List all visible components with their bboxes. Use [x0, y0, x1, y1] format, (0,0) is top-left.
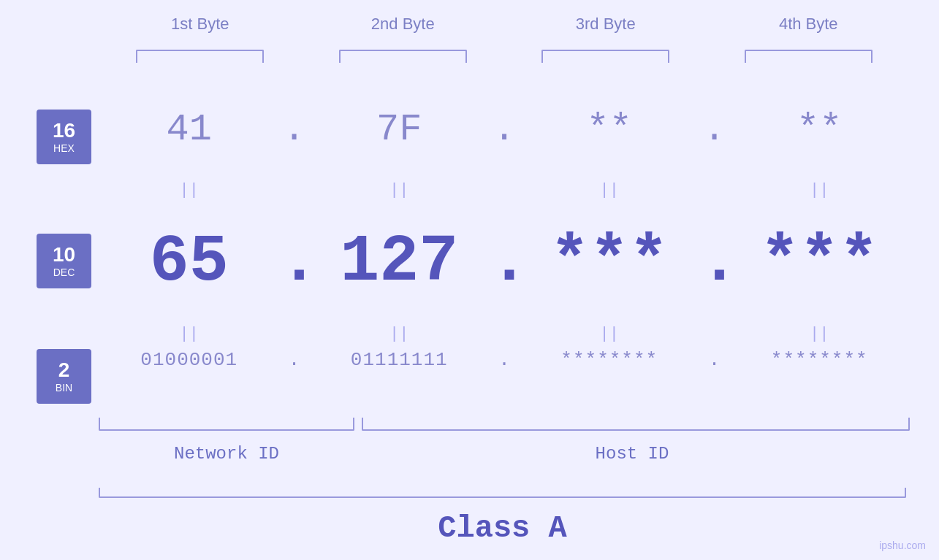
hex-dot-1: . — [280, 108, 309, 151]
bracket-top-3 — [541, 50, 669, 63]
equals-2-b2: || — [309, 325, 490, 343]
big-bottom-bracket — [99, 488, 906, 498]
bin-dot-1: . — [280, 349, 309, 371]
hex-dot-2: . — [490, 108, 519, 151]
hex-row: 41 . 7F . ** . ** — [99, 108, 910, 151]
dec-row: 65 . 127 . *** . *** — [99, 225, 910, 299]
main-container: 1st Byte 2nd Byte 3rd Byte 4th Byte 16 H… — [0, 0, 939, 560]
bin-byte-1: 01000001 — [99, 349, 280, 371]
bin-dot-3: . — [700, 349, 729, 371]
equals-2-dot-1 — [280, 325, 309, 343]
equals-2-dot-3 — [700, 325, 729, 343]
bin-byte-2: 01111111 — [309, 349, 490, 371]
bracket-cell-4 — [707, 50, 911, 63]
id-labels: Network ID Host ID — [99, 444, 910, 464]
equals-row-1: || || || || — [99, 181, 910, 199]
hex-badge: 16 HEX — [37, 110, 91, 164]
bottom-bracket-group — [99, 418, 910, 431]
bracket-cell-3 — [504, 50, 707, 63]
equals-dot-spacer-1 — [280, 181, 309, 199]
equals-2-b4: || — [729, 325, 911, 343]
bin-badge-label: BIN — [56, 382, 72, 394]
hex-dot-3: . — [700, 108, 729, 151]
dec-badge-num: 10 — [53, 244, 75, 266]
bracket-top-1 — [136, 50, 264, 63]
byte-headers: 1st Byte 2nd Byte 3rd Byte 4th Byte — [99, 15, 910, 34]
class-label: Class A — [99, 511, 906, 546]
hex-byte-4: ** — [729, 108, 911, 151]
network-id-label: Network ID — [99, 444, 354, 464]
equals-1-b3: || — [519, 181, 700, 199]
equals-2-b1: || — [99, 325, 280, 343]
top-brackets — [99, 50, 910, 63]
equals-1-b2: || — [309, 181, 490, 199]
bin-badge-num: 2 — [58, 359, 70, 382]
bin-row: 01000001 . 01111111 . ******** . *******… — [99, 349, 910, 371]
bracket-top-2 — [339, 50, 467, 63]
bottom-brackets — [99, 418, 910, 431]
hex-byte-1: 41 — [99, 108, 280, 151]
bin-badge: 2 BIN — [37, 349, 91, 404]
byte-header-3: 3rd Byte — [504, 15, 707, 34]
dec-dot-3: . — [700, 229, 729, 295]
hex-badge-num: 16 — [53, 120, 75, 142]
host-bracket — [362, 418, 910, 431]
equals-2-dot-2 — [490, 325, 519, 343]
bin-byte-4: ******** — [729, 349, 911, 371]
host-id-label: Host ID — [354, 444, 910, 464]
bracket-cell-2 — [302, 50, 505, 63]
bin-dot-2: . — [490, 349, 519, 371]
dec-badge-label: DEC — [53, 266, 75, 278]
watermark: ipshu.com — [879, 540, 926, 551]
equals-row-2: || || || || — [99, 325, 910, 343]
hex-byte-3: ** — [519, 108, 700, 151]
equals-dot-spacer-2 — [490, 181, 519, 199]
dec-dot-2: . — [490, 229, 519, 295]
bracket-top-4 — [745, 50, 873, 63]
bin-byte-3: ******** — [519, 349, 700, 371]
dec-badge: 10 DEC — [37, 234, 91, 288]
equals-1-b4: || — [729, 181, 911, 199]
byte-header-2: 2nd Byte — [302, 15, 505, 34]
hex-byte-2: 7F — [309, 108, 490, 151]
equals-1-b1: || — [99, 181, 280, 199]
bracket-cell-1 — [99, 50, 302, 63]
network-bracket — [99, 418, 354, 431]
dec-byte-3: *** — [519, 225, 700, 299]
dec-byte-1: 65 — [99, 225, 280, 299]
equals-2-b3: || — [519, 325, 700, 343]
dec-dot-1: . — [280, 229, 309, 295]
equals-dot-spacer-3 — [700, 181, 729, 199]
byte-header-1: 1st Byte — [99, 15, 302, 34]
dec-byte-2: 127 — [309, 225, 490, 299]
hex-badge-label: HEX — [53, 142, 75, 154]
dec-byte-4: *** — [729, 225, 911, 299]
byte-header-4: 4th Byte — [707, 15, 911, 34]
